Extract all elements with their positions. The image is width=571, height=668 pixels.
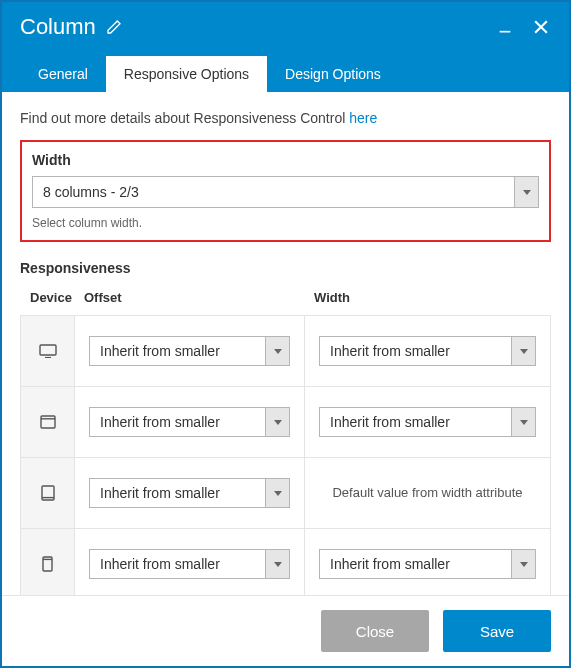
chevron-down-icon bbox=[265, 408, 289, 436]
chevron-down-icon bbox=[265, 550, 289, 578]
close-button[interactable]: Close bbox=[321, 610, 429, 652]
width-row-select-value: Inherit from smaller bbox=[320, 550, 511, 578]
default-width-text: Default value from width attribute bbox=[332, 484, 522, 502]
offset-select[interactable]: Inherit from smaller bbox=[89, 549, 290, 579]
tab-general[interactable]: General bbox=[20, 56, 106, 92]
width-hint: Select column width. bbox=[32, 216, 539, 230]
modal-body: Find out more details about Responsivene… bbox=[2, 92, 569, 595]
helper-text: Find out more details about Responsivene… bbox=[20, 110, 551, 126]
column-settings-modal: Column bbox=[0, 0, 571, 668]
offset-select[interactable]: Inherit from smaller bbox=[89, 336, 290, 366]
modal-header: Column bbox=[2, 2, 569, 92]
tab-design-options[interactable]: Design Options bbox=[267, 56, 399, 92]
chevron-down-icon bbox=[511, 337, 535, 365]
width-row-select[interactable]: Inherit from smaller bbox=[319, 549, 536, 579]
width-select-value: 8 columns - 2/3 bbox=[33, 177, 514, 207]
close-icon[interactable] bbox=[531, 17, 551, 37]
tab-responsive-options[interactable]: Responsive Options bbox=[106, 56, 267, 92]
table-row: Inherit from smaller Inherit from smalle… bbox=[20, 529, 551, 595]
offset-select-value: Inherit from smaller bbox=[90, 337, 265, 365]
chevron-down-icon bbox=[514, 177, 538, 207]
chevron-down-icon bbox=[265, 337, 289, 365]
offset-select-value: Inherit from smaller bbox=[90, 550, 265, 578]
width-row-select[interactable]: Inherit from smaller bbox=[319, 407, 536, 437]
device-mobile-icon bbox=[21, 529, 75, 595]
width-section: Width 8 columns - 2/3 Select column widt… bbox=[20, 140, 551, 242]
modal-footer: Close Save bbox=[2, 595, 569, 666]
offset-select-value: Inherit from smaller bbox=[90, 408, 265, 436]
helper-link[interactable]: here bbox=[349, 110, 377, 126]
helper-prefix: Find out more details about Responsivene… bbox=[20, 110, 349, 126]
col-header-device: Device bbox=[30, 290, 84, 305]
modal-title: Column bbox=[20, 14, 96, 40]
offset-select[interactable]: Inherit from smaller bbox=[89, 407, 290, 437]
svg-rect-5 bbox=[41, 416, 55, 428]
width-row-select[interactable]: Inherit from smaller bbox=[319, 336, 536, 366]
col-header-width: Width bbox=[314, 290, 541, 305]
responsiveness-table: Inherit from smaller Inherit from smalle… bbox=[20, 315, 551, 595]
svg-rect-3 bbox=[40, 345, 56, 355]
device-desktop-icon bbox=[21, 387, 75, 457]
table-row: Inherit from smaller Default value from … bbox=[20, 458, 551, 529]
chevron-down-icon bbox=[511, 408, 535, 436]
save-button[interactable]: Save bbox=[443, 610, 551, 652]
width-label: Width bbox=[32, 152, 539, 168]
offset-select[interactable]: Inherit from smaller bbox=[89, 478, 290, 508]
chevron-down-icon bbox=[511, 550, 535, 578]
table-row: Inherit from smaller Inherit from smalle… bbox=[20, 315, 551, 387]
col-header-offset: Offset bbox=[84, 290, 314, 305]
table-row: Inherit from smaller Inherit from smalle… bbox=[20, 387, 551, 458]
offset-select-value: Inherit from smaller bbox=[90, 479, 265, 507]
device-tablet-icon bbox=[21, 458, 75, 528]
chevron-down-icon bbox=[265, 479, 289, 507]
device-desktop-wide-icon bbox=[21, 316, 75, 386]
edit-icon[interactable] bbox=[106, 19, 122, 35]
width-row-select-value: Inherit from smaller bbox=[320, 408, 511, 436]
responsiveness-table-header: Device Offset Width bbox=[20, 286, 551, 315]
responsiveness-heading: Responsiveness bbox=[20, 260, 551, 276]
minimize-icon[interactable] bbox=[497, 19, 513, 35]
tabs: General Responsive Options Design Option… bbox=[20, 56, 551, 92]
width-select[interactable]: 8 columns - 2/3 bbox=[32, 176, 539, 208]
width-row-select-value: Inherit from smaller bbox=[320, 337, 511, 365]
